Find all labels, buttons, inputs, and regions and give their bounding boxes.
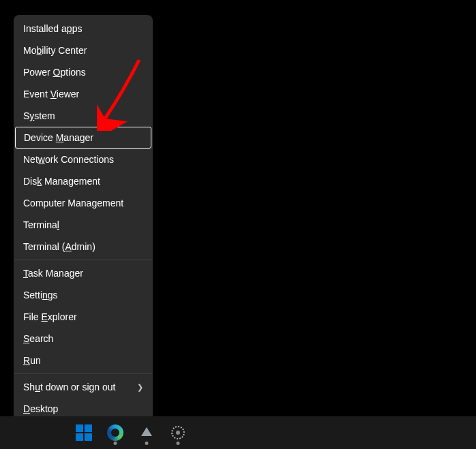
menu-separator bbox=[14, 373, 152, 374]
winx-context-menu: Installed appsMobility CenterPower Optio… bbox=[14, 15, 153, 422]
menu-computer-management[interactable]: Computer Management bbox=[14, 192, 153, 214]
menu-separator bbox=[14, 260, 152, 260]
start-button[interactable] bbox=[70, 419, 98, 446]
generic-app-icon bbox=[140, 426, 153, 439]
menu-label: Shut down or sign out bbox=[23, 382, 115, 392]
menu-label: Task Manager bbox=[23, 268, 83, 279]
menu-label: Search bbox=[23, 333, 53, 344]
svg-marker-0 bbox=[141, 427, 152, 436]
menu-label: Settings bbox=[23, 290, 58, 300]
menu-label: Mobility Center bbox=[23, 45, 87, 56]
menu-label: Desktop bbox=[23, 403, 58, 414]
menu-file-explorer[interactable]: File Explorer bbox=[14, 306, 153, 328]
running-indicator bbox=[145, 442, 149, 445]
menu-network-connections[interactable]: Network Connections bbox=[14, 149, 153, 170]
menu-disk-management[interactable]: Disk Management bbox=[14, 170, 153, 192]
menu-shutdown-signout[interactable]: Shut down or sign out❯ bbox=[14, 376, 153, 398]
settings-button[interactable] bbox=[164, 419, 192, 446]
chevron-right-icon: ❯ bbox=[137, 383, 143, 392]
menu-terminal[interactable]: Terminal bbox=[14, 214, 153, 236]
menu-label: Power Options bbox=[23, 67, 86, 78]
menu-label: Run bbox=[23, 355, 41, 366]
menu-mobility-center[interactable]: Mobility Center bbox=[14, 40, 153, 61]
menu-label: Computer Management bbox=[23, 198, 123, 208]
menu-device-manager[interactable]: Device Manager bbox=[15, 127, 151, 149]
menu-settings[interactable]: Settings bbox=[14, 284, 153, 306]
menu-label: File Explorer bbox=[23, 311, 77, 322]
menu-power-options[interactable]: Power Options bbox=[14, 61, 153, 83]
running-indicator bbox=[177, 442, 180, 445]
menu-label: System bbox=[23, 110, 55, 121]
menu-installed-apps[interactable]: Installed apps bbox=[14, 18, 153, 40]
menu-label: Installed apps bbox=[23, 23, 82, 34]
menu-label: Device Manager bbox=[24, 132, 93, 143]
app-button-1[interactable] bbox=[133, 419, 160, 446]
menu-task-manager[interactable]: Task Manager bbox=[14, 262, 153, 284]
running-indicator bbox=[114, 442, 117, 445]
edge-icon bbox=[107, 424, 123, 441]
menu-terminal-admin[interactable]: Terminal (Admin) bbox=[14, 236, 153, 258]
taskbar bbox=[0, 416, 476, 449]
menu-run[interactable]: Run bbox=[14, 350, 153, 371]
edge-button[interactable] bbox=[102, 419, 129, 446]
gear-icon bbox=[171, 426, 185, 439]
menu-search[interactable]: Search bbox=[14, 328, 153, 350]
menu-label: Terminal bbox=[23, 219, 59, 230]
menu-label: Network Connections bbox=[23, 154, 114, 165]
menu-event-viewer[interactable]: Event Viewer bbox=[14, 83, 153, 105]
menu-label: Event Viewer bbox=[23, 89, 79, 99]
menu-label: Disk Management bbox=[23, 176, 100, 187]
menu-system[interactable]: System bbox=[14, 105, 153, 127]
start-icon bbox=[76, 424, 92, 441]
menu-label: Terminal (Admin) bbox=[23, 241, 95, 252]
